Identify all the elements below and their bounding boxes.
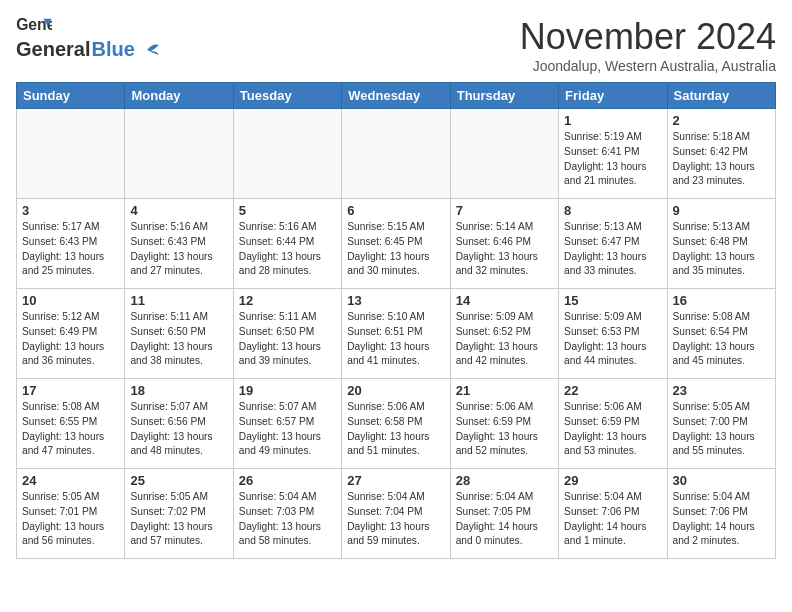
day-info: Sunrise: 5:11 AMSunset: 6:50 PMDaylight:…: [239, 310, 336, 369]
day-number: 28: [456, 473, 553, 488]
day-header-friday: Friday: [559, 83, 667, 109]
day-info: Sunrise: 5:14 AMSunset: 6:46 PMDaylight:…: [456, 220, 553, 279]
calendar-table: SundayMondayTuesdayWednesdayThursdayFrid…: [16, 82, 776, 559]
calendar-cell: 18Sunrise: 5:07 AMSunset: 6:56 PMDayligh…: [125, 379, 233, 469]
calendar-cell: 11Sunrise: 5:11 AMSunset: 6:50 PMDayligh…: [125, 289, 233, 379]
day-number: 2: [673, 113, 770, 128]
logo-icon: General: [16, 16, 52, 36]
calendar-week-4: 17Sunrise: 5:08 AMSunset: 6:55 PMDayligh…: [17, 379, 776, 469]
calendar-cell: [233, 109, 341, 199]
day-number: 20: [347, 383, 444, 398]
calendar-week-1: 1Sunrise: 5:19 AMSunset: 6:41 PMDaylight…: [17, 109, 776, 199]
calendar-week-5: 24Sunrise: 5:05 AMSunset: 7:01 PMDayligh…: [17, 469, 776, 559]
day-info: Sunrise: 5:13 AMSunset: 6:48 PMDaylight:…: [673, 220, 770, 279]
day-number: 27: [347, 473, 444, 488]
day-number: 24: [22, 473, 119, 488]
calendar-cell: 24Sunrise: 5:05 AMSunset: 7:01 PMDayligh…: [17, 469, 125, 559]
day-number: 29: [564, 473, 661, 488]
day-number: 26: [239, 473, 336, 488]
calendar-cell: 12Sunrise: 5:11 AMSunset: 6:50 PMDayligh…: [233, 289, 341, 379]
day-info: Sunrise: 5:16 AMSunset: 6:44 PMDaylight:…: [239, 220, 336, 279]
day-number: 19: [239, 383, 336, 398]
location-subtitle: Joondalup, Western Australia, Australia: [520, 58, 776, 74]
day-info: Sunrise: 5:04 AMSunset: 7:06 PMDaylight:…: [673, 490, 770, 549]
calendar-week-3: 10Sunrise: 5:12 AMSunset: 6:49 PMDayligh…: [17, 289, 776, 379]
calendar-cell: [450, 109, 558, 199]
day-info: Sunrise: 5:06 AMSunset: 6:59 PMDaylight:…: [456, 400, 553, 459]
logo-blue: Blue: [91, 38, 134, 61]
calendar-cell: 30Sunrise: 5:04 AMSunset: 7:06 PMDayligh…: [667, 469, 775, 559]
month-title: November 2024: [520, 16, 776, 58]
calendar-cell: 10Sunrise: 5:12 AMSunset: 6:49 PMDayligh…: [17, 289, 125, 379]
calendar-cell: 7Sunrise: 5:14 AMSunset: 6:46 PMDaylight…: [450, 199, 558, 289]
calendar-cell: 15Sunrise: 5:09 AMSunset: 6:53 PMDayligh…: [559, 289, 667, 379]
logo: General General Blue: [16, 16, 159, 61]
logo-general: General: [16, 38, 90, 61]
calendar-cell: 21Sunrise: 5:06 AMSunset: 6:59 PMDayligh…: [450, 379, 558, 469]
day-number: 22: [564, 383, 661, 398]
day-number: 30: [673, 473, 770, 488]
calendar-cell: [17, 109, 125, 199]
day-number: 23: [673, 383, 770, 398]
calendar-cell: 16Sunrise: 5:08 AMSunset: 6:54 PMDayligh…: [667, 289, 775, 379]
page-header: General General Blue November 2024 Joond…: [16, 16, 776, 74]
day-info: Sunrise: 5:19 AMSunset: 6:41 PMDaylight:…: [564, 130, 661, 189]
calendar-cell: 4Sunrise: 5:16 AMSunset: 6:43 PMDaylight…: [125, 199, 233, 289]
day-header-wednesday: Wednesday: [342, 83, 450, 109]
day-info: Sunrise: 5:10 AMSunset: 6:51 PMDaylight:…: [347, 310, 444, 369]
calendar-cell: 28Sunrise: 5:04 AMSunset: 7:05 PMDayligh…: [450, 469, 558, 559]
day-number: 13: [347, 293, 444, 308]
day-number: 15: [564, 293, 661, 308]
calendar-cell: 25Sunrise: 5:05 AMSunset: 7:02 PMDayligh…: [125, 469, 233, 559]
day-info: Sunrise: 5:07 AMSunset: 6:57 PMDaylight:…: [239, 400, 336, 459]
calendar-cell: [125, 109, 233, 199]
day-info: Sunrise: 5:05 AMSunset: 7:02 PMDaylight:…: [130, 490, 227, 549]
day-info: Sunrise: 5:16 AMSunset: 6:43 PMDaylight:…: [130, 220, 227, 279]
calendar-header-row: SundayMondayTuesdayWednesdayThursdayFrid…: [17, 83, 776, 109]
day-info: Sunrise: 5:12 AMSunset: 6:49 PMDaylight:…: [22, 310, 119, 369]
day-number: 7: [456, 203, 553, 218]
day-info: Sunrise: 5:09 AMSunset: 6:53 PMDaylight:…: [564, 310, 661, 369]
day-number: 11: [130, 293, 227, 308]
day-number: 8: [564, 203, 661, 218]
day-number: 16: [673, 293, 770, 308]
calendar-cell: 29Sunrise: 5:04 AMSunset: 7:06 PMDayligh…: [559, 469, 667, 559]
calendar-cell: 13Sunrise: 5:10 AMSunset: 6:51 PMDayligh…: [342, 289, 450, 379]
day-info: Sunrise: 5:06 AMSunset: 6:59 PMDaylight:…: [564, 400, 661, 459]
day-info: Sunrise: 5:15 AMSunset: 6:45 PMDaylight:…: [347, 220, 444, 279]
day-info: Sunrise: 5:18 AMSunset: 6:42 PMDaylight:…: [673, 130, 770, 189]
calendar-cell: 5Sunrise: 5:16 AMSunset: 6:44 PMDaylight…: [233, 199, 341, 289]
day-info: Sunrise: 5:13 AMSunset: 6:47 PMDaylight:…: [564, 220, 661, 279]
day-number: 10: [22, 293, 119, 308]
calendar-cell: 20Sunrise: 5:06 AMSunset: 6:58 PMDayligh…: [342, 379, 450, 469]
day-info: Sunrise: 5:05 AMSunset: 7:01 PMDaylight:…: [22, 490, 119, 549]
day-header-sunday: Sunday: [17, 83, 125, 109]
day-number: 18: [130, 383, 227, 398]
calendar-cell: 23Sunrise: 5:05 AMSunset: 7:00 PMDayligh…: [667, 379, 775, 469]
calendar-cell: 1Sunrise: 5:19 AMSunset: 6:41 PMDaylight…: [559, 109, 667, 199]
day-number: 6: [347, 203, 444, 218]
title-block: November 2024 Joondalup, Western Austral…: [520, 16, 776, 74]
day-number: 3: [22, 203, 119, 218]
day-info: Sunrise: 5:09 AMSunset: 6:52 PMDaylight:…: [456, 310, 553, 369]
calendar-cell: 8Sunrise: 5:13 AMSunset: 6:47 PMDaylight…: [559, 199, 667, 289]
day-info: Sunrise: 5:17 AMSunset: 6:43 PMDaylight:…: [22, 220, 119, 279]
day-number: 14: [456, 293, 553, 308]
day-number: 5: [239, 203, 336, 218]
logo-bird-icon: [137, 41, 159, 59]
day-number: 21: [456, 383, 553, 398]
calendar-cell: [342, 109, 450, 199]
day-info: Sunrise: 5:04 AMSunset: 7:04 PMDaylight:…: [347, 490, 444, 549]
day-info: Sunrise: 5:04 AMSunset: 7:06 PMDaylight:…: [564, 490, 661, 549]
calendar-cell: 19Sunrise: 5:07 AMSunset: 6:57 PMDayligh…: [233, 379, 341, 469]
day-info: Sunrise: 5:07 AMSunset: 6:56 PMDaylight:…: [130, 400, 227, 459]
calendar-cell: 26Sunrise: 5:04 AMSunset: 7:03 PMDayligh…: [233, 469, 341, 559]
day-number: 9: [673, 203, 770, 218]
day-number: 17: [22, 383, 119, 398]
day-number: 25: [130, 473, 227, 488]
calendar-cell: 2Sunrise: 5:18 AMSunset: 6:42 PMDaylight…: [667, 109, 775, 199]
calendar-cell: 3Sunrise: 5:17 AMSunset: 6:43 PMDaylight…: [17, 199, 125, 289]
calendar-cell: 27Sunrise: 5:04 AMSunset: 7:04 PMDayligh…: [342, 469, 450, 559]
day-number: 4: [130, 203, 227, 218]
calendar-cell: 14Sunrise: 5:09 AMSunset: 6:52 PMDayligh…: [450, 289, 558, 379]
